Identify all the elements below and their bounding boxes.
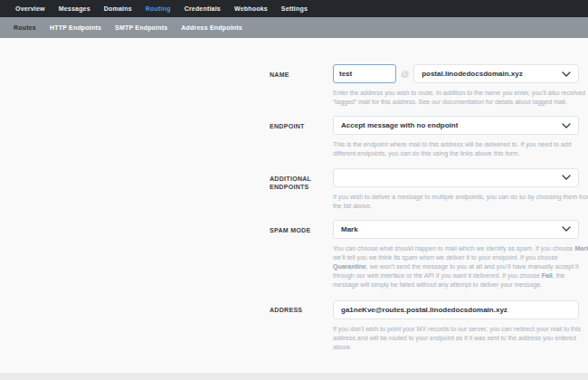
endpoint-label: ENDPOINT — [270, 116, 333, 158]
address-label: ADDRESS — [270, 299, 333, 352]
subtab-routes[interactable]: Routes — [14, 24, 36, 31]
spam-mode-row: SPAM MODE Mark You can choose what shoul… — [270, 220, 588, 290]
sub-navbar: Routes HTTP Endpoints SMTP Endpoints Add… — [0, 17, 588, 38]
chevron-down-icon — [562, 226, 571, 232]
additional-endpoints-help-text: If you wish to deliver a message to mult… — [333, 193, 588, 211]
tab-domains[interactable]: Domains — [104, 5, 132, 12]
name-help-text: Enter the address you wish to route. In … — [333, 89, 588, 107]
chevron-down-icon — [562, 123, 571, 128]
endpoint-row: ENDPOINT Accept message with no endpoint… — [270, 116, 588, 158]
address-help-text: If you don’t wish to point your MX recor… — [333, 325, 588, 352]
name-label: NAME — [270, 64, 333, 107]
spam-mode-select-value: Mark — [341, 225, 358, 233]
name-row: NAME @ postal.linodedocsdomain.xyz Enter… — [270, 64, 588, 107]
address-row: ADDRESS If you don’t wish to point your … — [270, 299, 588, 352]
chevron-down-icon — [562, 175, 571, 180]
chevron-down-icon — [562, 71, 571, 77]
endpoint-select[interactable]: Accept message with no endpoint — [333, 116, 579, 135]
subtab-http-endpoints[interactable]: HTTP Endpoints — [50, 24, 101, 31]
additional-endpoints-row: ADDITIONAL ENDPOINTS If you wish to deli… — [270, 168, 588, 211]
additional-endpoints-label: ADDITIONAL ENDPOINTS — [270, 168, 333, 211]
additional-endpoints-select[interactable] — [333, 168, 579, 187]
endpoint-help-text: This is the endpoint where mail to this … — [333, 140, 588, 158]
at-sign: @ — [401, 70, 409, 79]
tab-routing[interactable]: Routing — [146, 5, 171, 12]
address-input[interactable] — [333, 300, 579, 319]
spam-mode-help-text: You can choose what should happen to mai… — [333, 244, 588, 290]
name-input[interactable] — [333, 64, 396, 83]
subtab-address-endpoints[interactable]: Address Endpoints — [181, 24, 242, 31]
tab-settings[interactable]: Settings — [281, 5, 308, 12]
top-navbar: Overview Messages Domains Routing Creden… — [0, 0, 588, 17]
route-form: NAME @ postal.linodedocsdomain.xyz Enter… — [0, 38, 588, 380]
footer-strip — [0, 373, 588, 380]
spam-mode-select[interactable]: Mark — [333, 220, 579, 239]
domain-select-value: postal.linodedocsdomain.xyz — [422, 70, 523, 78]
tab-messages[interactable]: Messages — [59, 5, 90, 12]
tab-overview[interactable]: Overview — [15, 5, 45, 12]
tab-webhooks[interactable]: Webhooks — [234, 5, 268, 12]
domain-select[interactable]: postal.linodedocsdomain.xyz — [413, 64, 579, 83]
endpoint-select-value: Accept message with no endpoint — [341, 121, 458, 129]
spam-mode-label: SPAM MODE — [270, 220, 333, 290]
tab-credentials[interactable]: Credentials — [185, 5, 221, 12]
subtab-smtp-endpoints[interactable]: SMTP Endpoints — [115, 24, 167, 31]
